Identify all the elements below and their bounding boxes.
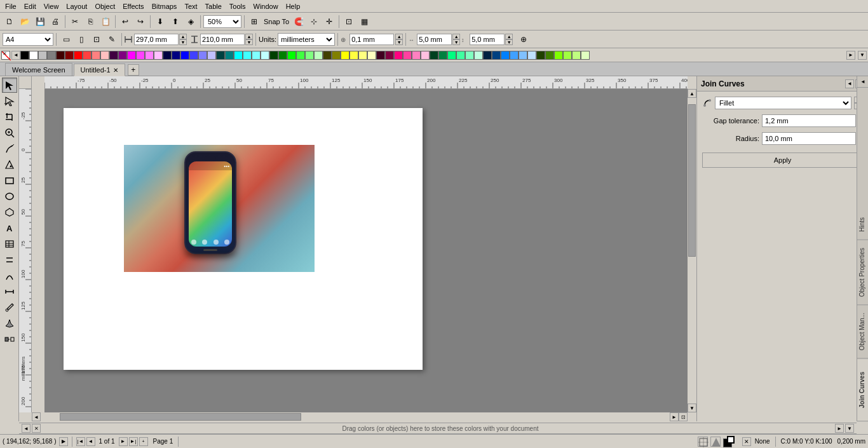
snap-y-down[interactable]: ▼ [505,39,513,45]
vscroll-thumb[interactable] [688,104,696,257]
units-select[interactable]: millimeters inches pixels centimeters [278,33,335,46]
color-swatch-17[interactable] [172,51,180,60]
paste-button[interactable]: 📋 [98,15,112,29]
menu-file[interactable]: File [1,1,20,11]
color-swatch-21[interactable] [207,51,216,60]
print-button[interactable]: 🖨 [48,15,62,29]
color-swatch-9[interactable] [100,51,109,60]
snap-x-down[interactable]: ▼ [452,39,460,45]
join-curves-tab[interactable]: Join Curves [857,359,868,421]
color-swatch-18[interactable] [180,51,189,60]
nudge-down[interactable]: ▼ [395,39,403,45]
apply-button[interactable]: Apply [702,153,863,168]
rename-page-btn[interactable]: ✎ [105,32,119,46]
menu-table[interactable]: Table [201,1,226,11]
fill-status[interactable] [710,437,721,447]
color-swatch-33[interactable] [314,51,323,60]
page-add-status-btn[interactable]: + [139,437,148,446]
color-swatch-23[interactable] [225,51,234,60]
color-swatch-60[interactable] [554,51,563,60]
color-swatch-19[interactable] [189,51,198,60]
stroke-color-box[interactable] [727,436,735,444]
color-swatch-40[interactable] [376,51,385,60]
hscroll-right-btn[interactable]: ► [670,412,679,421]
color-swatch-55[interactable] [510,51,519,60]
snap-to-grid-status[interactable] [698,437,708,447]
menu-effects[interactable]: Effects [119,1,147,11]
bottom-palette-right[interactable]: ► [835,424,844,433]
radius-input[interactable] [762,132,856,145]
color-swatch-22[interactable] [216,51,225,60]
text-tool[interactable]: A [2,221,17,236]
blend-tool[interactable] [2,332,17,347]
eyedropper-tool[interactable] [2,300,17,315]
height-down[interactable]: ▼ [245,39,253,45]
undo-button[interactable]: ↩ [118,15,132,29]
fill-tool[interactable] [2,316,17,331]
color-swatch-58[interactable] [536,51,545,60]
color-swatch-27[interactable] [261,51,269,60]
connector-tool[interactable] [2,268,17,283]
color-swatch-63[interactable] [581,51,590,60]
color-swatch-45[interactable] [421,51,430,60]
object-manager-tab[interactable]: Object Man... [857,305,868,358]
color-swatch-47[interactable] [438,51,447,60]
color-swatch-49[interactable] [456,51,465,60]
color-swatch-50[interactable] [465,51,474,60]
color-swatch-14[interactable] [145,51,154,60]
tab-add-button[interactable]: + [128,64,139,76]
portrait-btn[interactable]: ▭ [59,32,73,46]
color-swatch-57[interactable] [527,51,536,60]
color-swatch-1[interactable] [29,51,38,60]
color-swatch-42[interactable] [394,51,403,60]
color-swatch-12[interactable] [127,51,136,60]
color-swatch-30[interactable] [287,51,296,60]
menu-window[interactable]: Window [250,1,282,11]
view-options[interactable]: ⊡ [342,15,356,29]
freehand-tool[interactable] [2,141,17,156]
color-swatch-34[interactable] [323,51,332,60]
palette-expand-btn[interactable]: ▼ [858,51,867,60]
snap-toggle[interactable]: 🧲 [292,15,306,29]
save-button[interactable]: 💾 [33,15,47,29]
palette-right-btn[interactable]: ► [846,51,855,60]
height-input[interactable] [200,34,245,45]
gap-tolerance-input[interactable] [762,114,856,127]
color-swatch-24[interactable] [234,51,243,60]
color-swatch-32[interactable] [305,51,314,60]
no-color-swatch[interactable] [1,51,10,60]
menu-layout[interactable]: Layout [62,1,91,11]
color-swatch-36[interactable] [341,51,349,60]
object-properties-tab[interactable]: Object Properties [857,240,868,305]
color-swatch-3[interactable] [47,51,56,60]
color-swatch-41[interactable] [385,51,394,60]
bottom-palette-expand[interactable]: ▼ [845,424,854,433]
snap-y-up[interactable]: ▲ [505,34,513,39]
color-swatch-20[interactable] [198,51,207,60]
display-mode[interactable]: ▦ [357,15,371,29]
bottom-palette-left[interactable]: ◄ [22,424,31,433]
select-tool[interactable] [2,78,17,93]
measure-tool[interactable] [2,284,17,299]
snap-x-up[interactable]: ▲ [452,34,460,39]
color-swatch-28[interactable] [269,51,278,60]
hscroll-left-btn[interactable]: ◄ [32,412,41,421]
snap-to-button[interactable]: ⊞ [247,15,261,29]
color-swatch-31[interactable] [296,51,305,60]
color-swatch-56[interactable] [519,51,527,60]
copy-button[interactable]: ⎘ [83,15,97,29]
page-next-btn[interactable]: ► [119,437,128,446]
polygon-tool[interactable] [2,205,17,220]
color-swatch-35[interactable] [332,51,341,60]
color-swatch-2[interactable] [38,51,47,60]
canvas-scroll[interactable]: ●●● [44,89,688,412]
menu-edit[interactable]: Edit [20,1,40,11]
color-swatch-44[interactable] [412,51,421,60]
snap-x-input[interactable] [417,34,452,45]
export-button[interactable]: ⬆ [168,15,182,29]
color-swatch-62[interactable] [572,51,581,60]
color-swatch-43[interactable] [403,51,412,60]
color-swatch-8[interactable] [92,51,100,60]
snap-y-input[interactable] [470,34,505,45]
color-swatch-16[interactable] [163,51,172,60]
